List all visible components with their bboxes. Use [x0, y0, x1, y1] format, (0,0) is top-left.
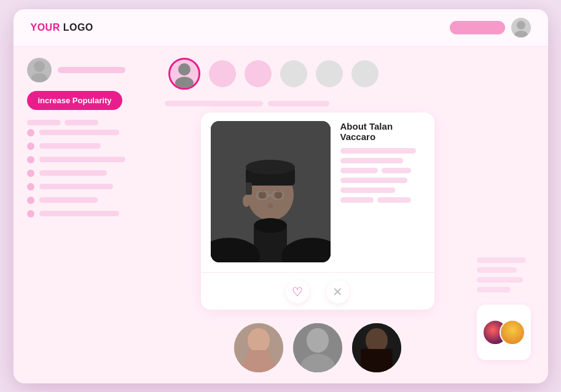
- sidebar-action-btns: [27, 120, 151, 125]
- sidebar-btn-1: [27, 120, 61, 125]
- svg-rect-36: [361, 349, 393, 372]
- browser-window: YOUR LOGO increase Popularity: [14, 9, 548, 383]
- profile-circle-gray[interactable]: [351, 60, 379, 87]
- card-inner: About Talan Vaccaro: [201, 112, 434, 272]
- svg-rect-20: [246, 182, 252, 195]
- sidebar-username-bar: [58, 67, 125, 73]
- bottom-avatar-1[interactable]: [234, 323, 283, 372]
- card-name: About Talan Vaccaro: [340, 121, 425, 142]
- list-dot: [27, 143, 34, 150]
- overlap-circle-2: [500, 319, 525, 345]
- profile-circle-active[interactable]: [168, 58, 200, 90]
- list-dot: [27, 170, 34, 177]
- header-bars: [162, 101, 473, 106]
- svg-rect-29: [248, 350, 270, 372]
- info-bar: [340, 168, 379, 173]
- profile-circle[interactable]: [209, 60, 236, 87]
- right-card: [477, 305, 531, 360]
- svg-point-5: [175, 77, 194, 88]
- info-bar: [382, 168, 411, 173]
- svg-point-0: [517, 21, 525, 29]
- svg-point-27: [248, 328, 270, 353]
- svg-point-23: [254, 218, 287, 233]
- header-right: [450, 18, 531, 37]
- list-dot: [27, 210, 34, 218]
- profile-circle[interactable]: [245, 60, 272, 87]
- svg-point-19: [243, 195, 250, 207]
- main-content: increase Popularity: [14, 47, 548, 383]
- sidebar-user: [27, 58, 151, 82]
- card-info: About Talan Vaccaro: [340, 121, 425, 262]
- sidebar: increase Popularity: [27, 58, 162, 372]
- info-bar: [340, 158, 404, 163]
- info-bar: [340, 187, 395, 193]
- list-item: [27, 197, 151, 204]
- list-item: [27, 183, 151, 190]
- profile-image: [211, 121, 331, 262]
- svg-point-3: [31, 73, 47, 82]
- svg-point-2: [34, 61, 45, 72]
- info-bar: [340, 197, 374, 203]
- profile-circle-gray[interactable]: [280, 60, 307, 87]
- sidebar-list: [27, 129, 151, 218]
- info-bar-pair: [340, 168, 425, 173]
- svg-point-31: [307, 328, 329, 353]
- list-item: [27, 210, 151, 218]
- list-dot: [27, 183, 34, 190]
- svg-point-13: [246, 160, 295, 174]
- list-item: [27, 143, 151, 150]
- list-bar: [39, 184, 113, 189]
- list-bar: [39, 170, 107, 176]
- logo-your: YOUR: [31, 22, 60, 33]
- header-avatar: [511, 18, 531, 37]
- right-bar: [477, 287, 511, 292]
- list-item: [27, 170, 151, 177]
- list-bar: [39, 211, 119, 216]
- bottom-avatars: [234, 323, 401, 372]
- right-bar: [477, 267, 517, 273]
- overlap-circles: [482, 319, 525, 345]
- header-button[interactable]: [450, 21, 505, 34]
- list-item: [27, 129, 151, 136]
- header: YOUR LOGO: [14, 9, 548, 47]
- logo: YOUR LOGO: [31, 22, 93, 33]
- sidebar-avatar: [27, 58, 52, 82]
- dislike-button[interactable]: ✕: [326, 280, 350, 304]
- card-actions: ♡ ✕: [201, 272, 434, 310]
- list-dot: [27, 129, 34, 136]
- list-bar: [39, 197, 98, 203]
- profile-card: About Talan Vaccaro: [201, 112, 434, 310]
- list-item: [27, 156, 151, 163]
- bottom-avatar-3[interactable]: [352, 323, 401, 372]
- right-bar: [477, 257, 526, 263]
- increase-popularity-button[interactable]: increase Popularity: [27, 91, 123, 110]
- header-bar: [268, 101, 329, 106]
- list-dot: [27, 156, 34, 163]
- list-bar: [39, 130, 119, 135]
- list-bar: [39, 143, 101, 149]
- info-bar-pair: [340, 197, 425, 203]
- info-bar: [340, 148, 416, 154]
- logo-text: LOGO: [63, 22, 93, 33]
- svg-point-4: [178, 63, 190, 76]
- center-area: About Talan Vaccaro: [162, 58, 473, 372]
- like-button[interactable]: ♡: [286, 280, 309, 304]
- profile-circle-gray[interactable]: [316, 60, 343, 87]
- right-panel: [473, 58, 535, 372]
- header-bar: [165, 101, 263, 106]
- right-bar: [477, 277, 523, 283]
- sidebar-btn-2: [65, 120, 98, 125]
- info-bar: [377, 197, 411, 203]
- svg-point-1: [514, 31, 528, 37]
- info-bar: [340, 178, 408, 183]
- profile-circles-row: [162, 58, 379, 90]
- card-info-bars: [340, 148, 425, 203]
- svg-point-21: [267, 203, 273, 208]
- list-bar: [39, 157, 125, 162]
- bottom-avatar-2[interactable]: [293, 323, 342, 372]
- right-bars: [477, 257, 531, 292]
- list-dot: [27, 197, 34, 204]
